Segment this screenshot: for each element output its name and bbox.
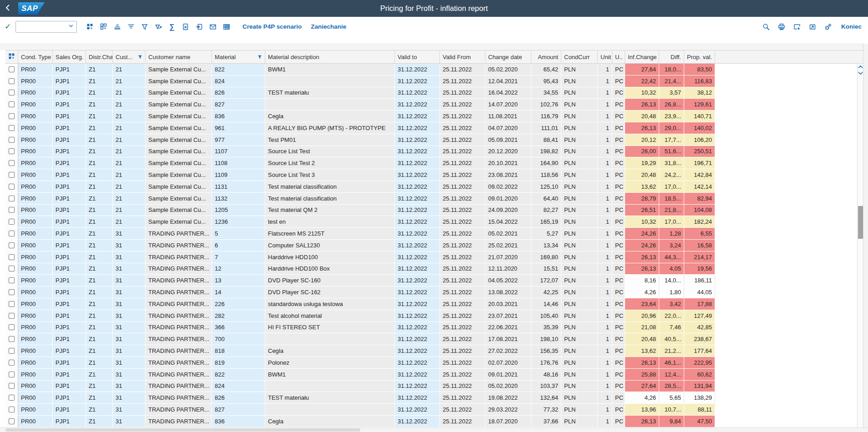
cell-valid_from[interactable]: 25.11.2022 bbox=[440, 181, 485, 193]
cell-customer_name[interactable]: Sample External Cu... bbox=[146, 157, 212, 169]
cell-customer_name[interactable]: TRADING PARTNER... bbox=[146, 298, 212, 310]
cell-u[interactable]: PC bbox=[612, 181, 625, 193]
cell-distr_chan[interactable]: Z1 bbox=[86, 99, 113, 111]
cell-prop_val[interactable]: 140,71 bbox=[684, 111, 715, 122]
cell-valid_to[interactable]: 31.12.2022 bbox=[395, 122, 440, 134]
column-header-sel[interactable] bbox=[5, 50, 18, 63]
row-select-cell[interactable] bbox=[5, 75, 18, 87]
cell-valid_to[interactable]: 31.12.2022 bbox=[395, 392, 440, 404]
row-checkbox[interactable] bbox=[9, 125, 15, 131]
cell-diff[interactable]: 9,84 bbox=[659, 416, 684, 427]
cell-customer_name[interactable]: TRADING PARTNER... bbox=[146, 263, 212, 275]
cell-material[interactable]: 827 bbox=[212, 99, 265, 111]
cell-customer_name[interactable]: Sample External Cu... bbox=[146, 64, 212, 75]
cell-cond_type[interactable]: PR00 bbox=[18, 275, 53, 286]
cell-diff[interactable]: 4,05 bbox=[659, 263, 684, 275]
cell-condcurr[interactable]: PLN bbox=[561, 216, 598, 228]
cell-material[interactable]: 1109 bbox=[212, 169, 265, 181]
cell-diff[interactable]: 26,8... bbox=[659, 99, 684, 111]
cell-unit[interactable]: 1 bbox=[598, 392, 612, 404]
cell-material_desc[interactable] bbox=[265, 75, 395, 87]
row-select-cell[interactable] bbox=[5, 87, 18, 99]
cell-condcurr[interactable]: PLN bbox=[561, 111, 598, 122]
cell-change_date[interactable]: 05.02.2020 bbox=[485, 64, 531, 75]
cell-prop_val[interactable]: 38,12 bbox=[684, 87, 715, 99]
cell-u[interactable]: PC bbox=[612, 75, 625, 87]
cell-valid_to[interactable]: 31.12.2022 bbox=[395, 333, 440, 345]
row-checkbox[interactable] bbox=[9, 148, 15, 154]
row-select-cell[interactable] bbox=[5, 228, 18, 240]
cell-change_date[interactable]: 16.04.2022 bbox=[485, 87, 531, 99]
cell-inf_change[interactable]: 20,12 bbox=[625, 134, 659, 146]
cell-prop_val[interactable]: 222,95 bbox=[684, 357, 715, 369]
row-checkbox[interactable] bbox=[9, 277, 15, 283]
row-checkbox[interactable] bbox=[9, 231, 15, 236]
cell-valid_to[interactable]: 31.12.2022 bbox=[395, 134, 440, 146]
cell-cust[interactable]: 31 bbox=[113, 251, 146, 263]
cell-prop_val[interactable]: 82,94 bbox=[684, 193, 715, 205]
cell-customer_name[interactable]: TRADING PARTNER... bbox=[146, 251, 212, 263]
cell-distr_chan[interactable]: Z1 bbox=[86, 286, 113, 298]
cell-valid_from[interactable]: 25.11.2022 bbox=[440, 75, 485, 87]
cell-material_desc[interactable]: Cegla bbox=[265, 111, 395, 122]
cell-unit[interactable]: 1 bbox=[598, 251, 612, 263]
row-checkbox[interactable] bbox=[9, 336, 15, 342]
cell-distr_chan[interactable]: Z1 bbox=[86, 181, 113, 193]
cell-inf_change[interactable]: 20,48 bbox=[625, 333, 659, 345]
cell-cond_type[interactable]: PR00 bbox=[18, 369, 53, 381]
cell-sales_org[interactable]: PJP1 bbox=[53, 205, 86, 216]
cell-diff[interactable]: 18,5... bbox=[659, 193, 684, 205]
cell-inf_change[interactable]: 10,32 bbox=[625, 216, 659, 228]
cell-diff[interactable]: 17,7... bbox=[659, 134, 684, 146]
cell-amount[interactable]: 95,43 bbox=[531, 75, 561, 87]
cell-u[interactable]: PC bbox=[612, 369, 625, 381]
cell-inf_change[interactable]: 26,13 bbox=[625, 357, 659, 369]
cell-valid_to[interactable]: 31.12.2022 bbox=[395, 251, 440, 263]
cell-prop_val[interactable]: 116,83 bbox=[684, 75, 715, 87]
cell-cond_type[interactable]: PR00 bbox=[18, 251, 53, 263]
cell-valid_to[interactable]: 31.12.2022 bbox=[395, 111, 440, 122]
cell-customer_name[interactable]: TRADING PARTNER... bbox=[146, 392, 212, 404]
cell-inf_change[interactable]: 13,62 bbox=[625, 345, 659, 357]
cell-material_desc[interactable]: Harddrive HDD100 Box bbox=[265, 263, 395, 275]
zaniechanie-button[interactable]: Zaniechanie bbox=[311, 23, 346, 30]
cell-distr_chan[interactable]: Z1 bbox=[86, 357, 113, 369]
cell-valid_from[interactable]: 25.11.2022 bbox=[440, 134, 485, 146]
cell-material[interactable]: 5 bbox=[212, 228, 265, 240]
row-select-cell[interactable] bbox=[5, 64, 18, 75]
cell-valid_to[interactable]: 31.12.2022 bbox=[395, 157, 440, 169]
row-select-cell[interactable] bbox=[5, 369, 18, 381]
cell-distr_chan[interactable]: Z1 bbox=[86, 87, 113, 99]
cell-material_desc[interactable]: Test alcohol material bbox=[265, 310, 395, 322]
cell-cond_type[interactable]: PR00 bbox=[18, 169, 53, 181]
cell-amount[interactable]: 13,34 bbox=[531, 240, 561, 251]
cell-change_date[interactable]: 13.08.2022 bbox=[485, 286, 531, 298]
cell-cust[interactable]: 31 bbox=[113, 275, 146, 286]
cell-distr_chan[interactable]: Z1 bbox=[86, 75, 113, 87]
cell-material[interactable]: 819 bbox=[212, 357, 265, 369]
cell-distr_chan[interactable]: Z1 bbox=[86, 275, 113, 286]
cell-unit[interactable]: 1 bbox=[598, 275, 612, 286]
cell-inf_change[interactable]: 26,13 bbox=[625, 251, 659, 263]
cell-change_date[interactable]: 14.07.2020 bbox=[485, 99, 531, 111]
cell-customer_name[interactable]: Sample External Cu... bbox=[146, 205, 212, 216]
cell-sales_org[interactable]: PJP1 bbox=[53, 64, 86, 75]
settings-icon[interactable] bbox=[821, 20, 835, 34]
row-checkbox[interactable] bbox=[9, 207, 15, 213]
row-checkbox[interactable] bbox=[9, 395, 15, 401]
deselect-all-icon[interactable] bbox=[97, 20, 111, 34]
back-button[interactable] bbox=[0, 0, 15, 17]
cell-u[interactable]: PC bbox=[612, 87, 625, 99]
cell-unit[interactable]: 1 bbox=[598, 381, 612, 392]
row-checkbox[interactable] bbox=[9, 348, 15, 354]
cell-valid_to[interactable]: 31.12.2022 bbox=[395, 369, 440, 381]
cell-change_date[interactable]: 11.08.2021 bbox=[485, 111, 531, 122]
cell-sales_org[interactable]: PJP1 bbox=[53, 345, 86, 357]
cell-condcurr[interactable]: PLN bbox=[561, 122, 598, 134]
cell-diff[interactable]: 10,7... bbox=[659, 404, 684, 416]
new-window-icon[interactable] bbox=[806, 20, 819, 34]
cell-unit[interactable]: 1 bbox=[598, 122, 612, 134]
cell-valid_from[interactable]: 25.11.2022 bbox=[440, 240, 485, 251]
cell-valid_from[interactable]: 25.11.2022 bbox=[440, 416, 485, 427]
cell-cond_type[interactable]: PR00 bbox=[18, 381, 53, 392]
